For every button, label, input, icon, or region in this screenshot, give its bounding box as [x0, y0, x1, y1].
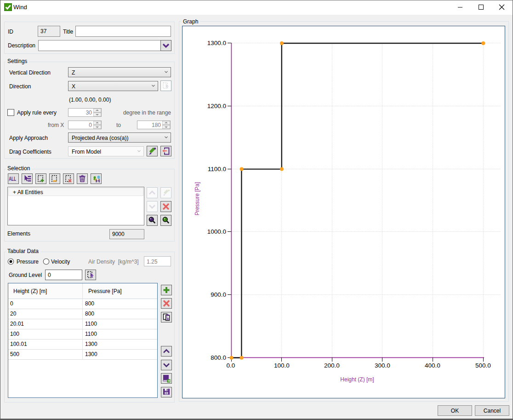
svg-text:1100: 1100 — [85, 331, 97, 337]
svg-text:Height (Z) [m]: Height (Z) [m] — [340, 376, 374, 383]
svg-text:Pressure [Pa]: Pressure [Pa] — [88, 288, 122, 294]
svg-text:100.0: 100.0 — [274, 362, 290, 369]
svg-text:0.0: 0.0 — [227, 362, 235, 369]
svg-text:1100: 1100 — [85, 321, 97, 327]
svg-text:300.0: 300.0 — [375, 362, 390, 369]
svg-text:1100.0: 1100.0 — [208, 166, 226, 173]
svg-text:1300: 1300 — [85, 351, 97, 357]
svg-text:20.01: 20.01 — [10, 321, 24, 327]
svg-text:Height (Z) [m]: Height (Z) [m] — [13, 288, 47, 294]
svg-text:1300.0: 1300.0 — [207, 40, 226, 46]
svg-text:800.0: 800.0 — [211, 354, 226, 361]
svg-text:500: 500 — [10, 351, 19, 357]
svg-text:100: 100 — [10, 331, 19, 337]
svg-text:900.0: 900.0 — [211, 291, 226, 298]
svg-text:200.0: 200.0 — [324, 362, 340, 369]
svg-text:Pressure [Pa]: Pressure [Pa] — [194, 182, 200, 216]
svg-text:1200.0: 1200.0 — [207, 103, 226, 109]
svg-text:20: 20 — [10, 311, 17, 317]
svg-text:500.0: 500.0 — [475, 362, 491, 369]
svg-text:1300: 1300 — [85, 341, 97, 347]
svg-text:1000.0: 1000.0 — [207, 228, 226, 235]
svg-text:800: 800 — [85, 311, 94, 317]
svg-text:400.0: 400.0 — [425, 362, 440, 369]
svg-text:800: 800 — [85, 300, 94, 307]
svg-text:0: 0 — [10, 300, 13, 307]
svg-text:100.01: 100.01 — [10, 341, 27, 347]
